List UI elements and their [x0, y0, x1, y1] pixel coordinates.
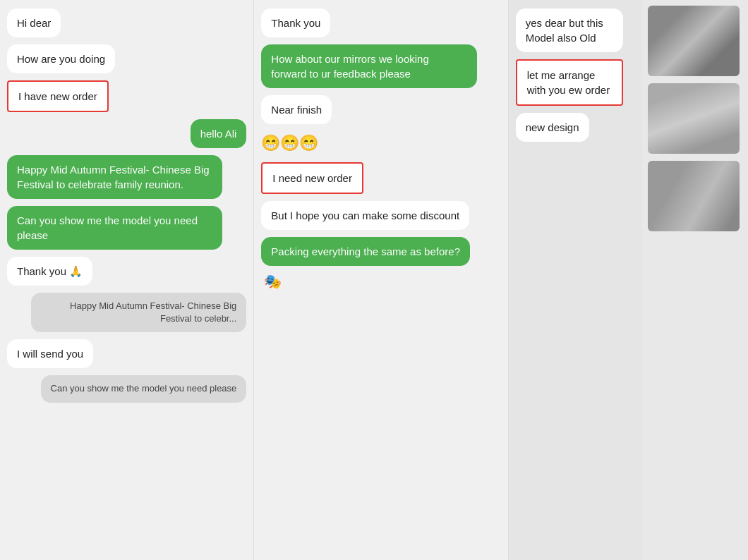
- message-thank-you-pray: Thank you 🙏: [7, 257, 92, 286]
- message-hi-dear: Hi dear: [7, 8, 61, 37]
- message-happy-festival-preview: Happy Mid Autumn Festival- Chinese Big F…: [31, 293, 246, 332]
- message-how-are-you: How are you doing: [7, 44, 115, 73]
- message-new-design: new design: [516, 113, 589, 142]
- chat-column-3: yes dear but this Model also Oldlet me a…: [509, 0, 748, 560]
- message-i-need-new-order: I need new order: [261, 162, 363, 194]
- message-emoji: 😁😁😁: [261, 131, 318, 155]
- message-how-about-mirrors: How about our mirrors we looking forward…: [261, 44, 476, 88]
- message-can-you-show-preview: Can you show me the model you need pleas…: [41, 375, 247, 402]
- chat-column-2: Thank youHow about our mirrors we lookin…: [254, 0, 508, 560]
- message-can-you-show: Can you show me the model you need pleas…: [7, 206, 222, 250]
- message-yes-dear-model-old: yes dear but this Model also Old: [516, 8, 623, 52]
- message-happy-festival: Happy Mid Autumn Festival- Chinese Big F…: [7, 155, 222, 199]
- image-img1: [648, 6, 740, 76]
- chat-column-1: Hi dearHow are you doingI have new order…: [0, 0, 254, 560]
- message-near-finish: Near finish: [261, 95, 332, 124]
- message-hello-ali: hello Ali: [191, 119, 247, 148]
- message-i-will-send: I will send you: [7, 339, 93, 368]
- message-i-have-new-order: I have new order: [7, 80, 109, 112]
- col3-images: [642, 0, 748, 560]
- message-but-hope-discount: But I hope you can make some discount: [261, 201, 469, 230]
- image-img3: [648, 161, 740, 231]
- message-sticker: 🎭: [261, 273, 500, 290]
- message-packing-same: Packing everything the same as before?: [261, 237, 470, 266]
- message-let-me-arrange: let me arrange with you ew order: [516, 59, 623, 106]
- message-thank-you: Thank you: [261, 8, 330, 37]
- image-img2: [648, 83, 740, 154]
- col3-messages: yes dear but this Model also Oldlet me a…: [509, 0, 642, 560]
